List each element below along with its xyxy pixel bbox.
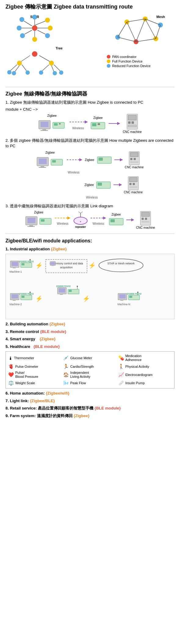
app-item-2: 2. Building automation {Zigbee} — [5, 321, 175, 327]
wireless-arrow-3b: Wireless — [90, 214, 107, 225]
cnc-svg-3 — [139, 211, 152, 226]
module-svg-1 — [90, 120, 106, 131]
health-cardio: 🏃 Cardio/Strength — [63, 364, 117, 369]
svg-point-138 — [99, 259, 143, 272]
svg-rect-67 — [128, 115, 136, 120]
svg-rect-54 — [42, 129, 46, 130]
app-item-3: 3. Remote control {BLE module} — [5, 329, 175, 335]
pc-module-svg-1 — [38, 118, 66, 133]
svg-point-31 — [39, 70, 43, 75]
industrial-diagram: Machine-1 ZIGBEE RS232 ⚡ supervisory con… — [5, 254, 175, 319]
cnc-svg-1 — [125, 113, 139, 130]
wireless-text-1: Wireless — [72, 127, 84, 130]
divider-1 — [5, 87, 175, 87]
svg-rect-94 — [129, 183, 131, 185]
topo-star-tree: STAR — [5, 14, 103, 82]
device-cnc-1: CNC machine — [123, 113, 142, 134]
cnc-arrow-2a — [114, 157, 123, 163]
svg-text:acquisition: acquisition — [60, 266, 73, 269]
svg-rect-135 — [51, 262, 55, 265]
wireless-label-2a: Wireless — [66, 171, 144, 174]
health-pulse-ox: 🫀 Pulse Oximeter — [8, 364, 62, 369]
svg-marker-65 — [117, 122, 120, 125]
health-medication: 💊 MedicationAdherence — [118, 354, 172, 362]
cnc-svg-2b — [127, 176, 139, 191]
svg-rect-117 — [142, 212, 149, 216]
diagram-3: Zigbee Wireless — [5, 211, 175, 229]
svg-text:Tree: Tree — [56, 46, 63, 50]
health-weight: ⚖️ Weight Scale — [8, 380, 62, 386]
svg-marker-78 — [79, 158, 82, 161]
svg-line-20 — [21, 55, 30, 62]
svg-text:ZIGBEE RS232: ZIGBEE RS232 — [19, 293, 34, 295]
device-pc-1: Zigbee — [38, 114, 66, 133]
section-applications: Zigbee/BLE/wifi module applications: 1. … — [5, 238, 175, 419]
svg-text:●: ● — [80, 220, 81, 223]
cnc-svg-2a — [128, 151, 140, 166]
svg-rect-74 — [39, 167, 46, 168]
health-ecg: 📈 Electrocardiogram — [118, 371, 172, 379]
device-repeater: ● repeater — [73, 212, 88, 228]
svg-line-28 — [22, 65, 27, 71]
svg-rect-100 — [27, 226, 35, 227]
wireless-item-3: 3. 透過中繼無線傳輸協調器連結到電腦的示意圖 Link diagram Zig… — [5, 203, 175, 229]
svg-rect-99 — [29, 225, 33, 226]
svg-point-35 — [59, 70, 63, 75]
svg-rect-55 — [41, 130, 48, 131]
svg-point-9 — [45, 33, 50, 38]
svg-line-22 — [39, 55, 50, 62]
svg-text:⚡: ⚡ — [83, 295, 90, 302]
svg-line-50 — [136, 19, 145, 42]
svg-marker-111 — [103, 216, 106, 220]
app-item-1-header: 1. Industrial application {Zigbee} — [5, 246, 175, 252]
svg-text:⚡: ⚡ — [35, 262, 43, 269]
svg-rect-136 — [52, 266, 54, 266]
svg-rect-72 — [39, 159, 47, 164]
device-pc-2: Zigbee — [36, 151, 64, 170]
topo-mesh-legend: Mesh — [107, 14, 175, 69]
svg-text:ZIGBEE RS232: ZIGBEE RS232 — [56, 285, 71, 287]
svg-point-5 — [45, 18, 50, 23]
apps-title: Zigbee/BLE/wifi module applications: — [5, 238, 175, 244]
health-peakflow: 🌬️ Peak Flow — [63, 380, 117, 386]
svg-rect-70 — [128, 125, 136, 127]
wireless-item-3-title: 3. 透過中繼無線傳輸協調器連結到電腦的示意圖 Link diagram — [5, 203, 175, 209]
app-1-highlight: {Zigbee} — [51, 247, 67, 251]
wireless-arrow-3a: Wireless — [54, 214, 71, 225]
svg-line-4 — [35, 21, 45, 25]
health-living: 🏠 IndependentLiving Activity — [63, 371, 117, 379]
svg-line-109 — [81, 212, 83, 213]
svg-rect-85 — [130, 158, 132, 160]
section-topology: Zigbee 傳輸示意圖 Zigbee data transmitting ro… — [5, 3, 175, 84]
svg-line-43 — [127, 19, 145, 22]
svg-rect-152 — [60, 294, 63, 295]
wireless-arrow-svg-3a — [54, 214, 71, 222]
svg-rect-58 — [59, 123, 61, 124]
device-module-1: Zigbee — [90, 116, 106, 131]
zigbee-label-1b: Zigbee — [93, 116, 103, 120]
svg-rect-151 — [59, 288, 65, 293]
svg-text:Machine-N: Machine-N — [117, 303, 130, 306]
svg-text:ZIGBEE RS232: ZIGBEE RS232 — [127, 293, 142, 295]
svg-text:⚡: ⚡ — [88, 262, 96, 269]
topology-diagrams: STAR — [5, 13, 175, 84]
svg-point-3 — [32, 15, 37, 20]
device-cnc-3: CNC machine — [136, 211, 155, 229]
health-thermometer: 🌡 Thermometer — [8, 354, 62, 362]
svg-text:STAR or Mesh network: STAR or Mesh network — [107, 262, 135, 265]
legend-pan-label: PAN coordinator — [112, 55, 136, 59]
cnc-arrow-2b — [113, 182, 122, 188]
health-insulin: 🩹 Insulin Pump — [118, 380, 172, 386]
svg-line-16 — [24, 21, 32, 26]
cnc-arrow-3 — [126, 217, 134, 223]
svg-text:Mesh: Mesh — [157, 15, 165, 19]
divider-2 — [5, 234, 175, 234]
module-svg-2a — [97, 155, 112, 165]
svg-rect-80 — [99, 158, 103, 161]
svg-rect-69 — [131, 121, 134, 124]
app-item-4: 4. Smart energy {Zigbee} — [5, 336, 175, 342]
cnc-row-2a: Zigbee — [66, 151, 144, 169]
svg-rect-102 — [41, 219, 45, 222]
cnc-label-1: CNC machine — [123, 130, 142, 134]
svg-rect-84 — [130, 152, 138, 157]
